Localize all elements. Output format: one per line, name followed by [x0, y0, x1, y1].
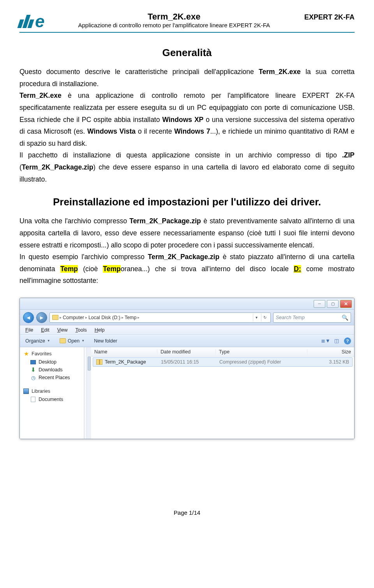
column-type[interactable]: Type	[216, 349, 307, 355]
menu-edit[interactable]: Edit	[38, 327, 53, 334]
file-list-area: Name Date modified Type Size Term_2K_Pac…	[91, 347, 354, 439]
text: Il pacchetto di installazione di questa …	[19, 151, 342, 159]
column-headers: Name Date modified Type Size	[91, 347, 354, 357]
preview-pane-button[interactable]: ◫	[333, 338, 340, 344]
os-name: Windows Vista	[87, 127, 136, 135]
star-icon: ★	[23, 351, 29, 357]
search-input[interactable]: Search Temp 🔍	[273, 313, 351, 323]
file-date: 15/05/2011 16:15	[158, 359, 216, 365]
documents-icon	[31, 397, 35, 402]
term-name: Term_2K.exe	[259, 68, 301, 76]
text: (cioè	[78, 265, 103, 273]
doc-title: Term_2K.exe	[44, 12, 304, 22]
body-paragraphs-2: Una volta che l'archivio compresso Term_…	[19, 215, 355, 287]
explorer-navbar: ◄ ► ▸ Computer ▸ Local Disk (D:) ▸ Temp …	[20, 310, 354, 325]
libraries-icon	[23, 388, 29, 394]
search-icon: 🔍	[342, 314, 348, 321]
breadcrumb-dropdown[interactable]: ▾	[253, 314, 260, 321]
doc-model: EXPERT 2K-FA	[304, 12, 355, 21]
menu-bar: File Edit View Tools Help	[20, 325, 354, 335]
downloads-icon: ⬇	[30, 367, 36, 373]
navpane-scrollbar[interactable]	[86, 347, 91, 439]
navpane-documents[interactable]: Documents	[21, 396, 82, 403]
file-row[interactable]: Term_2K_Package 15/05/2011 16:15 Compres…	[93, 357, 353, 367]
text: oranea...) che si trova all'interno del …	[121, 265, 294, 273]
folder-icon	[52, 315, 58, 320]
file-size: 3.152 KB	[307, 359, 352, 365]
filename: Term_2K_Package.zip	[148, 253, 220, 261]
close-button[interactable]: ✕	[340, 300, 352, 308]
window-titlebar[interactable]: ─ ▢ ✕	[20, 298, 354, 310]
maximize-button[interactable]: ▢	[327, 300, 339, 308]
text: In questo esempio l'archivio compresso	[19, 253, 148, 261]
menu-view[interactable]: View	[54, 327, 71, 334]
breadcrumb-segment[interactable]: Local Disk (D:)	[88, 315, 120, 320]
filetype: .ZIP	[342, 151, 355, 159]
brand-logo: e	[19, 12, 44, 31]
text: o il recente	[136, 127, 174, 135]
column-name[interactable]: Name	[91, 349, 157, 355]
navpane-desktop[interactable]: Desktop	[21, 358, 82, 366]
recent-icon: ◷	[30, 374, 36, 381]
chevron-right-icon: ▸	[85, 315, 87, 320]
page-number: Page 1/14	[19, 509, 355, 516]
menu-file[interactable]: File	[22, 327, 36, 334]
organize-button[interactable]: Organize ▼	[23, 337, 53, 344]
filename: Term_2K_Package.zip	[22, 163, 94, 171]
breadcrumb-segment[interactable]: Computer	[63, 315, 84, 320]
menu-help[interactable]: Help	[92, 327, 108, 334]
text: Una volta che l'archivio compresso	[19, 217, 129, 225]
chevron-right-icon: ▸	[60, 315, 62, 320]
back-button[interactable]: ◄	[23, 312, 34, 323]
file-name: Term_2K_Package	[105, 359, 146, 365]
folder-name-highlight: Temp	[103, 265, 120, 273]
chevron-right-icon: ▸	[122, 315, 123, 320]
term-name: Term_2K.exe	[19, 92, 62, 99]
section-heading-generalita: Generalità	[19, 47, 355, 59]
refresh-button[interactable]: ↻	[261, 314, 268, 321]
chevron-right-icon: ▸	[138, 315, 139, 320]
folder-name-highlight: Temp	[60, 265, 78, 273]
body-paragraphs: Questo documento descrive le caratterist…	[19, 66, 355, 185]
os-name: Windows XP	[162, 116, 203, 124]
doc-subtitle: Applicazione di controllo remoto per l'a…	[44, 22, 304, 28]
minimize-button[interactable]: ─	[314, 300, 325, 308]
view-options-button[interactable]: ≣ ▼	[322, 338, 329, 344]
breadcrumb[interactable]: ▸ Computer ▸ Local Disk (D:) ▸ Temp ▸ ▾ …	[49, 313, 271, 323]
open-button[interactable]: Open ▼	[57, 337, 87, 344]
file-type: Compressed (zipped) Folder	[216, 359, 307, 365]
navpane-recent-places[interactable]: ◷Recent Places	[21, 374, 82, 381]
breadcrumb-segment[interactable]: Temp	[125, 315, 137, 320]
folder-icon	[60, 338, 66, 343]
command-bar: Organize ▼ Open ▼ New folder ≣ ▼ ◫ ?	[20, 335, 354, 347]
os-name: Windows 7	[174, 127, 210, 135]
navpane-downloads[interactable]: ⬇Downloads	[21, 366, 82, 374]
navpane-favorites-group[interactable]: ★Favorites	[21, 350, 82, 358]
zip-folder-icon	[96, 359, 102, 365]
menu-tools[interactable]: Tools	[72, 327, 90, 334]
section-heading-preinstall: Preinstallazione ed impostazioni per l'u…	[19, 196, 355, 208]
drive-letter-highlight: D:	[294, 265, 301, 273]
explorer-window: ─ ▢ ✕ ◄ ► ▸ Computer ▸ Local Disk (D:) ▸…	[19, 298, 355, 439]
column-date[interactable]: Date modified	[157, 349, 216, 355]
document-header: e Term_2K.exe Applicazione di controllo …	[19, 12, 355, 33]
help-icon[interactable]: ?	[344, 337, 351, 344]
navpane-libraries-group[interactable]: Libraries	[21, 387, 82, 396]
desktop-icon	[30, 360, 36, 364]
explorer-body: ★Favorites Desktop ⬇Downloads ◷Recent Pl…	[20, 347, 354, 439]
forward-button[interactable]: ►	[36, 312, 47, 323]
filename: Term_2K_Package.zip	[129, 217, 201, 225]
search-placeholder: Search Temp	[276, 315, 305, 320]
column-size[interactable]: Size	[307, 349, 354, 355]
navigation-pane: ★Favorites Desktop ⬇Downloads ◷Recent Pl…	[20, 347, 84, 439]
new-folder-button[interactable]: New folder	[92, 337, 120, 344]
text: Questo documento descrive le caratterist…	[19, 68, 259, 76]
